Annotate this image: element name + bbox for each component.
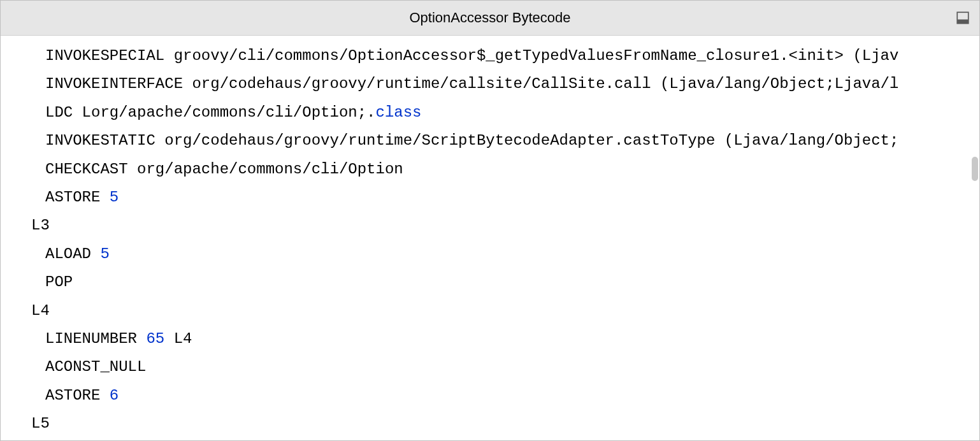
token-text: CHECKCAST org/apache/commons/cli/Option <box>45 161 403 178</box>
token-text: ALOAD <box>45 245 100 263</box>
code-line: L4 <box>31 297 979 325</box>
code-line: INVOKESPECIAL groovy/cli/commons/OptionA… <box>31 42 979 70</box>
token-text: LINENUMBER <box>45 330 146 347</box>
token-text: L4 <box>31 302 50 319</box>
code-line: ASTORE 6 <box>31 382 979 410</box>
token-text: L4 <box>164 330 192 347</box>
svg-rect-1 <box>957 20 969 24</box>
code-line: ALOAD 5 <box>31 240 979 268</box>
token-text: POP <box>45 273 73 291</box>
code-line: INVOKESTATIC org/codehaus/groovy/runtime… <box>31 127 979 155</box>
token-text: LDC Lorg/apache/commons/cli/Option;. <box>45 104 375 121</box>
code-line: L3 <box>31 212 979 240</box>
token-text: INVOKESTATIC org/codehaus/groovy/runtime… <box>45 132 898 149</box>
token-text: INVOKEINTERFACE org/codehaus/groovy/runt… <box>45 75 898 92</box>
code-line: INVOKEINTERFACE org/codehaus/groovy/runt… <box>31 70 979 98</box>
bytecode-panel: OptionAccessor Bytecode INVOKESPECIAL gr… <box>0 0 980 441</box>
code-line: LDC Lorg/apache/commons/cli/Option;.clas… <box>31 99 979 127</box>
token-text: INVOKESPECIAL groovy/cli/commons/OptionA… <box>45 47 898 64</box>
code-line: ASTORE 5 <box>31 184 979 212</box>
code-line: CHECKCAST org/apache/commons/cli/Option <box>31 155 979 184</box>
code-line: POP <box>31 268 979 296</box>
token-text: ASTORE <box>45 189 110 206</box>
code-line: L5 <box>31 410 979 438</box>
token-kw-number: 5 <box>100 245 109 263</box>
code-content[interactable]: INVOKESPECIAL groovy/cli/commons/OptionA… <box>1 36 979 440</box>
token-kw-number: 65 <box>146 330 164 347</box>
panel-title: OptionAccessor Bytecode <box>409 10 570 26</box>
token-text: L5 <box>31 415 50 432</box>
token-kw-class: class <box>375 104 421 121</box>
code-line: LINENUMBER 65 L4 <box>31 325 979 353</box>
token-text: ACONST_NULL <box>45 358 146 375</box>
token-kw-number: 6 <box>110 387 119 404</box>
scrollbar-thumb[interactable] <box>972 157 978 181</box>
token-kw-number: 5 <box>110 189 119 206</box>
token-text: L3 <box>31 217 50 234</box>
token-text: ASTORE <box>45 387 110 404</box>
code-line: ACONST_NULL <box>31 353 979 381</box>
titlebar: OptionAccessor Bytecode <box>1 1 979 36</box>
window-icon[interactable] <box>956 11 970 25</box>
